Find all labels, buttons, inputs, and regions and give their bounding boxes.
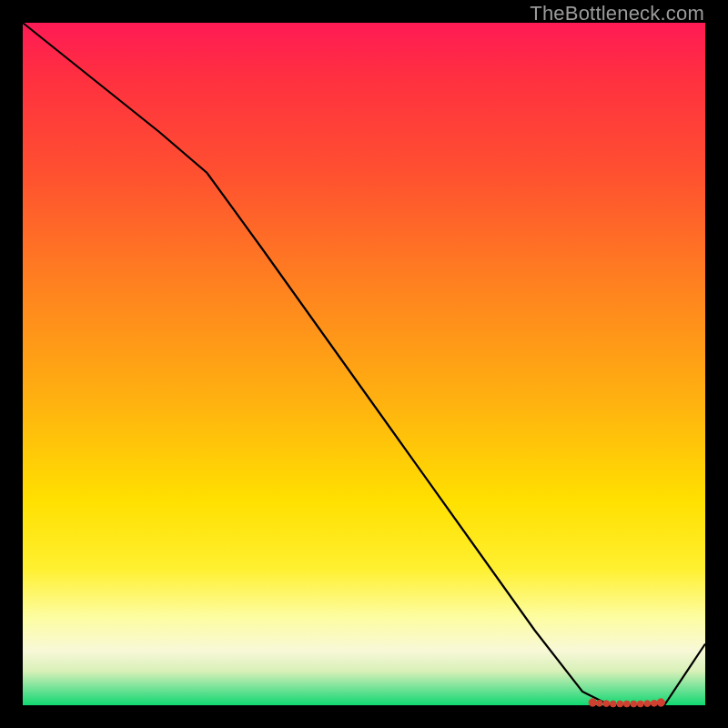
optimal-marker [651, 700, 657, 706]
main-curve [23, 23, 705, 705]
optimal-marker [657, 699, 664, 706]
optimal-marker [617, 701, 623, 707]
optimal-marker [603, 701, 610, 707]
chart-overlay [23, 23, 705, 705]
optimal-marker [623, 701, 630, 707]
marker-group [589, 699, 664, 707]
optimal-marker [610, 701, 616, 707]
chart-frame: TheBottleneck.com [0, 0, 728, 728]
optimal-marker [589, 699, 596, 706]
optimal-marker [631, 701, 637, 707]
optimal-marker [596, 700, 602, 706]
optimal-marker [644, 701, 651, 707]
optimal-marker [637, 701, 643, 707]
